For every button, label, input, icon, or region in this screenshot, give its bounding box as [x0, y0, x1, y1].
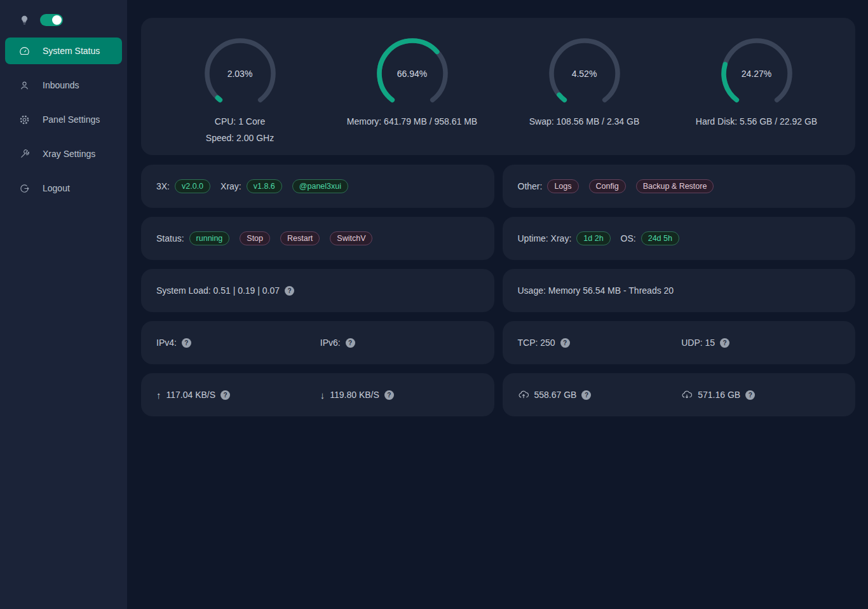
system-load-card: System Load: 0.51 | 0.19 | 0.07 ?: [141, 269, 494, 312]
upload-speed-section: ↑ 117.04 KB/S ?: [156, 390, 315, 400]
tcp-count-text: TCP: 250: [518, 338, 555, 348]
help-icon[interactable]: ?: [720, 338, 729, 348]
help-icon[interactable]: ?: [285, 286, 294, 296]
cpu-speed-label: Speed: 2.00 GHz: [206, 132, 274, 145]
telegram-tag[interactable]: @panel3xui: [292, 179, 348, 193]
cpu-label: CPU: 1 Core: [215, 115, 265, 128]
dashboard-icon: [19, 46, 30, 57]
ipv4-label: IPv4:: [156, 338, 177, 348]
uptime-xray-label: Uptime: Xray:: [518, 233, 572, 243]
3x-label: 3X:: [156, 181, 170, 191]
arrow-up-icon: ↑: [156, 390, 161, 400]
sidebar-item-panel-settings[interactable]: Panel Settings: [5, 106, 122, 133]
total-traffic-card: 558.67 GB ? 571.16 GB ?: [503, 373, 856, 416]
sidebar: System Status Inbounds Panel Settings: [0, 0, 127, 609]
usage-text: Usage: Memory 56.54 MB - Threads 20: [518, 285, 674, 296]
help-icon[interactable]: ?: [346, 338, 355, 348]
main-content: 2.03% CPU: 1 Core Speed: 2.00 GHz 66.94%…: [127, 0, 868, 609]
sidebar-item-label: Inbounds: [43, 80, 79, 90]
sidebar-item-label: Panel Settings: [43, 114, 100, 125]
cpu-percent: 2.03%: [202, 36, 278, 112]
sidebar-item-xray-settings[interactable]: Xray Settings: [5, 140, 122, 167]
uptime-card: Uptime: Xray: 1d 2h OS: 24d 5h: [503, 217, 856, 260]
backup-restore-button[interactable]: Backup & Restore: [636, 179, 714, 193]
status-label: Status:: [156, 233, 184, 243]
total-upload-text: 558.67 GB: [534, 390, 577, 400]
sidebar-item-label: Logout: [43, 183, 70, 193]
running-status-badge: running: [189, 231, 230, 245]
tcp-section: TCP: 250 ?: [518, 338, 677, 348]
ipv6-section: IPv6: ?: [320, 338, 479, 348]
download-speed-text: 119.80 KB/S: [330, 390, 379, 400]
swap-label: Swap: 108.56 MB / 2.34 GB: [529, 115, 640, 128]
total-download-text: 571.16 GB: [698, 390, 740, 400]
total-upload-section: 558.67 GB ?: [518, 389, 677, 400]
os-uptime-badge: 24d 5h: [641, 231, 679, 245]
sidebar-item-label: Xray Settings: [43, 149, 95, 159]
lightbulb-icon: [19, 15, 30, 25]
logout-icon: [19, 183, 30, 194]
toggle-knob: [52, 15, 62, 25]
sidebar-item-system-status[interactable]: System Status: [5, 38, 122, 64]
network-speed-card: ↑ 117.04 KB/S ? ↓ 119.80 KB/S ?: [141, 373, 494, 416]
help-icon[interactable]: ?: [745, 390, 755, 400]
memory-percent: 66.94%: [374, 36, 451, 112]
udp-count-text: UDP: 15: [681, 338, 715, 348]
download-speed-section: ↓ 119.80 KB/S ?: [320, 390, 479, 400]
sidebar-item-label: System Status: [43, 46, 100, 56]
disk-percent: 24.27%: [719, 36, 795, 112]
switch-version-button[interactable]: SwitchV: [330, 231, 372, 245]
udp-section: UDP: 15 ?: [681, 338, 840, 348]
upload-speed-text: 117.04 KB/S: [166, 390, 216, 400]
resource-gauges-card: 2.03% CPU: 1 Core Speed: 2.00 GHz 66.94%…: [141, 18, 855, 155]
user-icon: [19, 80, 30, 91]
xray-version-tag[interactable]: v1.8.6: [247, 179, 282, 193]
arrow-down-icon: ↓: [320, 390, 325, 400]
help-icon[interactable]: ?: [384, 390, 394, 400]
disk-label: Hard Disk: 5.56 GB / 22.92 GB: [696, 115, 817, 128]
usage-card: Usage: Memory 56.54 MB - Threads 20: [503, 269, 856, 312]
3x-version-tag[interactable]: v2.0.0: [175, 179, 210, 193]
logs-button[interactable]: Logs: [547, 179, 578, 193]
config-button[interactable]: Config: [589, 179, 626, 193]
dark-mode-toggle[interactable]: [40, 14, 63, 26]
swap-gauge: 4.52% Swap: 108.56 MB / 2.34 GB: [498, 36, 670, 145]
cpu-gauge: 2.03% CPU: 1 Core Speed: 2.00 GHz: [154, 36, 326, 145]
restart-button[interactable]: Restart: [280, 231, 320, 245]
disk-gauge: 24.27% Hard Disk: 5.56 GB / 22.92 GB: [670, 36, 843, 145]
xray-status-card: Status: running Stop Restart SwitchV: [141, 217, 494, 260]
ipv4-section: IPv4: ?: [156, 338, 315, 348]
ip-card: IPv4: ? IPv6: ?: [141, 321, 494, 364]
swap-percent: 4.52%: [546, 36, 623, 112]
version-card: 3X: v2.0.0 Xray: v1.8.6 @panel3xui: [141, 165, 494, 208]
other-label: Other:: [518, 181, 543, 191]
memory-gauge: 66.94% Memory: 641.79 MB / 958.61 MB: [326, 36, 498, 145]
system-load-text: System Load: 0.51 | 0.19 | 0.07: [156, 285, 280, 296]
xray-label: Xray:: [220, 181, 241, 191]
ipv6-label: IPv6:: [320, 338, 341, 348]
help-icon[interactable]: ?: [182, 338, 191, 348]
total-download-section: 571.16 GB ?: [681, 389, 840, 400]
gear-icon: [19, 114, 30, 125]
cloud-upload-icon: [518, 389, 529, 400]
other-card: Other: Logs Config Backup & Restore: [503, 165, 856, 208]
xray-uptime-badge: 1d 2h: [576, 231, 610, 245]
connections-card: TCP: 250 ? UDP: 15 ?: [503, 321, 856, 364]
os-label: OS:: [621, 233, 636, 243]
stop-button[interactable]: Stop: [240, 231, 270, 245]
sidebar-item-logout[interactable]: Logout: [5, 175, 122, 202]
sidebar-item-inbounds[interactable]: Inbounds: [5, 72, 122, 99]
cloud-download-icon: [681, 389, 693, 400]
help-icon[interactable]: ?: [581, 390, 591, 400]
theme-row: [5, 9, 122, 38]
help-icon[interactable]: ?: [560, 338, 570, 348]
help-icon[interactable]: ?: [220, 390, 230, 400]
wrench-icon: [19, 149, 30, 160]
memory-label: Memory: 641.79 MB / 958.61 MB: [347, 115, 477, 128]
